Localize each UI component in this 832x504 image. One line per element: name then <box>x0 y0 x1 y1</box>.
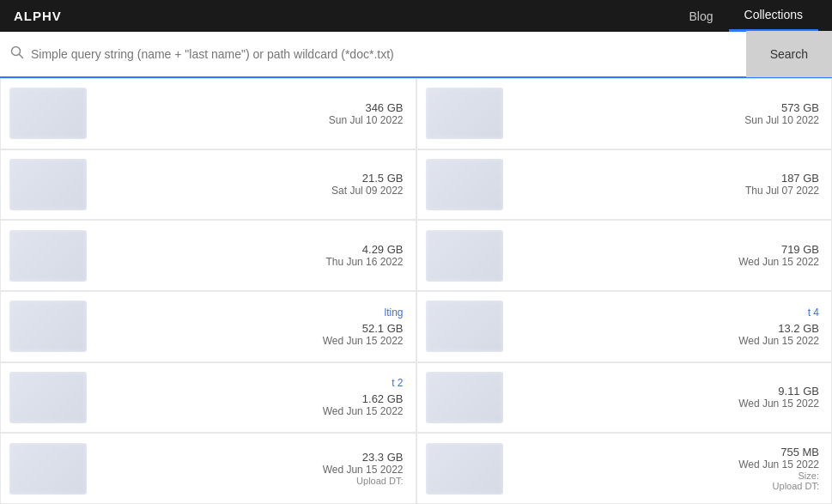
item-thumbnail <box>426 443 503 495</box>
item-info: lting52.1 GBWed Jun 15 2022 <box>97 307 404 347</box>
item-date: Wed Jun 15 2022 <box>323 335 404 347</box>
item-info: 4.29 GBThu Jun 16 2022 <box>97 243 404 268</box>
item-info: 755 MBWed Jun 15 2022Size: Upload DT: <box>513 446 820 491</box>
item-thumbnail <box>426 159 503 210</box>
item-thumbnail <box>9 372 87 423</box>
item-thumbnail <box>9 301 87 352</box>
item-size: 719 GB <box>781 243 819 256</box>
item-date: Thu Jun 16 2022 <box>325 256 403 268</box>
item-name: lting <box>384 307 403 319</box>
item-size: 52.1 GB <box>362 322 404 335</box>
grid-item[interactable]: 719 GBWed Jun 15 2022 <box>416 220 833 291</box>
item-size: 755 MB <box>780 446 819 458</box>
grid-item[interactable]: t 413.2 GBWed Jun 15 2022 <box>416 291 833 362</box>
item-size: 573 GB <box>781 101 819 114</box>
item-thumbnail <box>426 301 503 352</box>
item-size: 1.62 GB <box>362 392 404 405</box>
item-date: Wed Jun 15 2022 <box>738 398 819 410</box>
item-info: 9.11 GBWed Jun 15 2022 <box>513 385 820 410</box>
item-size: 187 GB <box>781 172 819 185</box>
item-date: Thu Jul 07 2022 <box>745 185 819 197</box>
search-icon <box>10 46 24 63</box>
items-grid: 346 GBSun Jul 10 2022573 GBSun Jul 10 20… <box>0 78 832 504</box>
grid-item[interactable]: lting52.1 GBWed Jun 15 2022 <box>0 291 416 362</box>
item-thumbnail <box>426 88 503 139</box>
grid-item[interactable]: 4.29 GBThu Jun 16 2022 <box>0 220 416 291</box>
item-label: Upload DT: <box>356 476 403 486</box>
grid-item[interactable]: 573 GBSun Jul 10 2022 <box>416 78 833 149</box>
item-date: Sun Jul 10 2022 <box>744 114 819 126</box>
grid-item[interactable]: 346 GBSun Jul 10 2022 <box>0 78 416 149</box>
item-info: t 413.2 GBWed Jun 15 2022 <box>513 307 820 347</box>
item-info: t 21.62 GBWed Jun 15 2022 <box>97 377 404 417</box>
nav-link-collections[interactable]: Collections <box>729 0 818 32</box>
grid-item[interactable]: 23.3 GBWed Jun 15 2022Upload DT: <box>0 433 416 504</box>
grid-item[interactable]: 755 MBWed Jun 15 2022Size: Upload DT: <box>416 433 833 504</box>
item-thumbnail <box>9 159 87 210</box>
grid-item[interactable]: t 21.62 GBWed Jun 15 2022 <box>0 362 416 434</box>
grid-item[interactable]: 187 GBThu Jul 07 2022 <box>416 149 833 221</box>
item-thumbnail <box>9 443 87 495</box>
svg-line-1 <box>20 55 23 58</box>
item-date: Wed Jun 15 2022 <box>738 335 819 347</box>
item-size: 346 GB <box>365 101 403 114</box>
item-date: Wed Jun 15 2022 <box>738 458 819 471</box>
nav-links: Blog Collections <box>673 0 818 32</box>
search-bar: Search <box>0 32 832 78</box>
item-size: 13.2 GB <box>778 322 819 335</box>
item-thumbnail <box>426 372 503 423</box>
item-info: 573 GBSun Jul 10 2022 <box>513 101 820 126</box>
search-input[interactable] <box>31 47 746 61</box>
item-name: t 2 <box>392 377 403 389</box>
item-label: Size: Upload DT: <box>773 471 819 491</box>
item-thumbnail <box>9 88 87 139</box>
item-date: Sat Jul 09 2022 <box>331 185 403 197</box>
item-size: 4.29 GB <box>362 243 404 256</box>
item-size: 23.3 GB <box>362 451 404 464</box>
item-info: 719 GBWed Jun 15 2022 <box>513 243 820 268</box>
item-info: 21.5 GBSat Jul 09 2022 <box>97 172 404 197</box>
item-date: Wed Jun 15 2022 <box>323 405 404 417</box>
item-thumbnail <box>426 230 503 282</box>
item-size: 9.11 GB <box>778 385 819 398</box>
item-name: t 4 <box>808 307 819 319</box>
item-date: Wed Jun 15 2022 <box>738 256 819 268</box>
item-info: 187 GBThu Jul 07 2022 <box>513 172 820 197</box>
item-info: 23.3 GBWed Jun 15 2022Upload DT: <box>97 451 404 486</box>
brand-logo: ALPHV <box>14 9 673 23</box>
item-info: 346 GBSun Jul 10 2022 <box>97 101 404 126</box>
navbar: ALPHV Blog Collections <box>0 0 832 32</box>
item-size: 21.5 GB <box>362 172 404 185</box>
grid-item[interactable]: 21.5 GBSat Jul 09 2022 <box>0 149 416 221</box>
item-date: Wed Jun 15 2022 <box>323 464 404 476</box>
item-thumbnail <box>9 230 87 282</box>
grid-item[interactable]: 9.11 GBWed Jun 15 2022 <box>416 362 833 434</box>
item-date: Sun Jul 10 2022 <box>329 114 404 126</box>
search-button[interactable]: Search <box>746 31 832 77</box>
nav-link-blog[interactable]: Blog <box>673 0 728 32</box>
